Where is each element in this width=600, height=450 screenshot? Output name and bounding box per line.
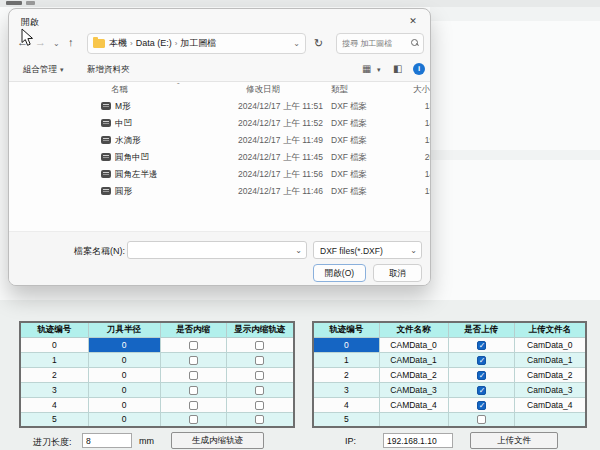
file-row[interactable]: 水滴形2024/12/17 上午 11:49DXF 檔案198: [9, 132, 430, 149]
cell-shrink-checkbox[interactable]: [160, 352, 226, 367]
cell-track-id[interactable]: 5: [20, 412, 88, 427]
checkbox-unchecked[interactable]: [255, 415, 264, 424]
cell-file-name[interactable]: [379, 412, 448, 427]
cell-tool-radius[interactable]: 0: [88, 412, 160, 427]
column-header-name[interactable]: 名稱: [111, 84, 128, 96]
checkbox-unchecked[interactable]: [189, 401, 198, 410]
cell-upload-filename[interactable]: CamData_2: [514, 367, 586, 382]
view-mode-caret-icon[interactable]: ▾: [377, 66, 381, 74]
cell-show-track-checkbox[interactable]: [226, 367, 294, 382]
checkbox-checked[interactable]: [477, 386, 486, 395]
cell-track-id[interactable]: 4: [313, 397, 379, 412]
breadcrumb[interactable]: 本機›Data (E:)›加工圖檔 ⌄: [87, 33, 306, 54]
cell-track-id[interactable]: 2: [313, 367, 379, 382]
checkbox-unchecked[interactable]: [255, 386, 264, 395]
view-mode-icon[interactable]: ▦: [362, 63, 371, 74]
checkbox-unchecked[interactable]: [189, 341, 198, 350]
cell-track-id[interactable]: 2: [20, 367, 88, 382]
chevron-down-icon[interactable]: ⌄: [410, 246, 417, 255]
checkbox-unchecked[interactable]: [255, 401, 264, 410]
cell-upload-checkbox[interactable]: [448, 412, 514, 427]
checkbox-unchecked[interactable]: [189, 371, 198, 380]
feed-length-input[interactable]: [82, 433, 132, 448]
cell-upload-filename[interactable]: CamData_0: [514, 337, 586, 352]
cell-shrink-checkbox[interactable]: [160, 382, 226, 397]
filename-input[interactable]: [132, 243, 292, 257]
search-input[interactable]: [342, 35, 408, 52]
cell-upload-checkbox[interactable]: [448, 337, 514, 352]
file-row[interactable]: M形2024/12/17 上午 11:51DXF 檔案137: [9, 98, 430, 115]
cell-tool-radius[interactable]: 0: [88, 382, 160, 397]
forward-icon[interactable]: →: [35, 36, 46, 48]
cell-tool-radius[interactable]: 0: [88, 397, 160, 412]
cell-shrink-checkbox[interactable]: [160, 367, 226, 382]
cell-upload-checkbox[interactable]: [448, 367, 514, 382]
filetype-select[interactable]: DXF files(*.DXF) ⌄: [313, 241, 422, 259]
cell-track-id[interactable]: 0: [20, 337, 88, 352]
cell-track-id[interactable]: 1: [313, 352, 379, 367]
generate-track-button[interactable]: 生成内缩轨迹: [171, 432, 264, 449]
cell-file-name[interactable]: CAMData_4: [379, 397, 448, 412]
file-row[interactable]: 圓角左半邊2024/12/17 上午 11:56DXF 檔案146: [9, 166, 430, 183]
checkbox-checked[interactable]: [477, 401, 486, 410]
cell-show-track-checkbox[interactable]: [226, 397, 294, 412]
history-chevron-icon[interactable]: ⌄: [53, 39, 60, 48]
breadcrumb-caret-icon[interactable]: ⌄: [293, 39, 300, 48]
checkbox-unchecked[interactable]: [255, 356, 264, 365]
organize-menu[interactable]: 組合管理▾: [23, 64, 64, 76]
cell-upload-checkbox[interactable]: [448, 382, 514, 397]
file-row[interactable]: 中凹2024/12/17 上午 11:52DXF 檔案142: [9, 115, 430, 132]
cell-upload-checkbox[interactable]: [448, 352, 514, 367]
file-row[interactable]: 圓形2024/12/17 上午 11:46DXF 檔案196: [9, 183, 430, 200]
cell-show-track-checkbox[interactable]: [226, 382, 294, 397]
checkbox-checked[interactable]: [477, 341, 486, 350]
breadcrumb-item[interactable]: Data (E:): [136, 38, 172, 48]
cell-upload-filename[interactable]: CamData_3: [514, 382, 586, 397]
checkbox-unchecked[interactable]: [255, 341, 264, 350]
checkbox-checked[interactable]: [477, 356, 486, 365]
up-icon[interactable]: ↑: [68, 36, 74, 48]
cell-track-id[interactable]: 5: [313, 412, 379, 427]
cell-show-track-checkbox[interactable]: [226, 412, 294, 427]
cell-shrink-checkbox[interactable]: [160, 412, 226, 427]
column-header-type[interactable]: 類型: [331, 84, 348, 96]
cell-upload-filename[interactable]: [514, 412, 586, 427]
cell-upload-checkbox[interactable]: [448, 397, 514, 412]
file-row[interactable]: 圓角中凹2024/12/17 上午 11:45DXF 檔案201: [9, 149, 430, 166]
cell-upload-filename[interactable]: CamData_1: [514, 352, 586, 367]
cell-file-name[interactable]: CAMData_1: [379, 352, 448, 367]
close-icon[interactable]: ✕: [404, 13, 422, 29]
checkbox-unchecked[interactable]: [477, 415, 486, 424]
breadcrumb-item[interactable]: 本機: [109, 38, 127, 48]
cell-track-id[interactable]: 0: [313, 337, 379, 352]
column-header-date[interactable]: 修改日期: [246, 84, 280, 96]
cell-file-name[interactable]: CAMData_0: [379, 337, 448, 352]
cell-track-id[interactable]: 3: [20, 382, 88, 397]
checkbox-unchecked[interactable]: [189, 415, 198, 424]
cell-show-track-checkbox[interactable]: [226, 337, 294, 352]
checkbox-unchecked[interactable]: [255, 371, 264, 380]
cell-tool-radius[interactable]: 0: [88, 367, 160, 382]
cancel-button[interactable]: 取消: [373, 264, 422, 282]
preview-pane-icon[interactable]: ◧: [393, 63, 402, 74]
open-button[interactable]: 開啟(O): [313, 264, 366, 282]
checkbox-unchecked[interactable]: [189, 356, 198, 365]
cell-shrink-checkbox[interactable]: [160, 337, 226, 352]
info-icon[interactable]: i: [413, 63, 425, 75]
filename-combo[interactable]: ⌄: [127, 241, 307, 259]
new-folder-button[interactable]: 新增資料夾: [87, 64, 130, 76]
refresh-icon[interactable]: ↻: [314, 37, 323, 50]
column-header-size[interactable]: 大小: [413, 84, 430, 96]
breadcrumb-item[interactable]: 加工圖檔: [180, 38, 216, 48]
cell-track-id[interactable]: 1: [20, 352, 88, 367]
cell-file-name[interactable]: CAMData_3: [379, 382, 448, 397]
cell-track-id[interactable]: 3: [313, 382, 379, 397]
cell-upload-filename[interactable]: CamData_4: [514, 397, 586, 412]
ip-input[interactable]: [383, 433, 453, 448]
cell-track-id[interactable]: 4: [20, 397, 88, 412]
cell-tool-radius[interactable]: 0: [88, 352, 160, 367]
cell-show-track-checkbox[interactable]: [226, 352, 294, 367]
cell-file-name[interactable]: CAMData_2: [379, 367, 448, 382]
chevron-down-icon[interactable]: ⌄: [295, 246, 302, 255]
cell-shrink-checkbox[interactable]: [160, 397, 226, 412]
